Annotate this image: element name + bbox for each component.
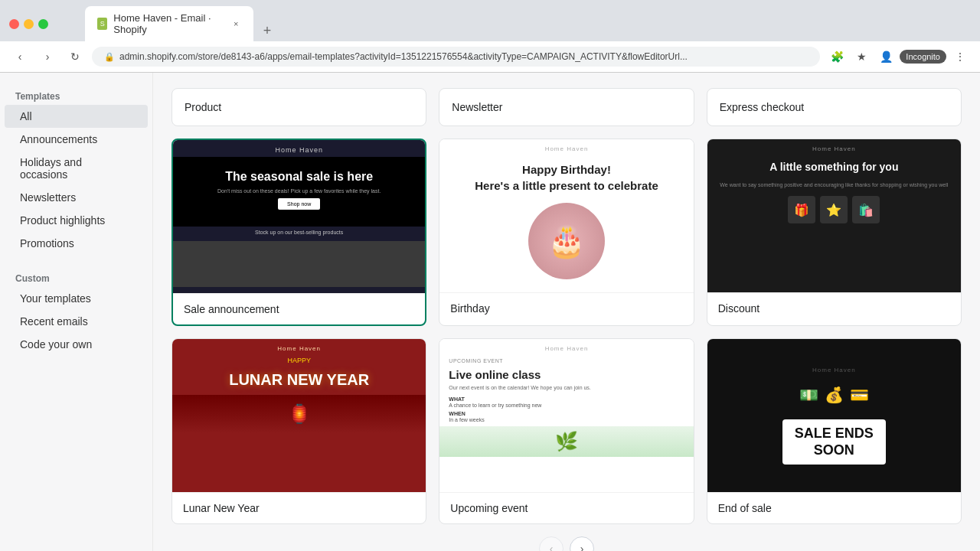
sale-body: Stock up on our best-selling products — [252, 227, 346, 238]
prev-page-button[interactable]: ‹ — [539, 536, 564, 551]
sidebar-section-custom: Custom — [0, 267, 152, 287]
top-card-newsletter[interactable]: Newsletter — [439, 88, 694, 126]
lunar-store-name: Home Haven — [277, 339, 321, 354]
sale-ends-box: SALE ENDSSOON — [782, 419, 886, 465]
templates-grid: Home Haven The seasonal sale is here Don… — [172, 139, 962, 524]
event-title: Live online class — [439, 367, 693, 383]
new-tab-button[interactable]: + — [256, 20, 278, 41]
event-when-val: In a few weeks — [439, 416, 693, 423]
maximize-window-button[interactable] — [38, 19, 48, 29]
gift-icon: 🎁 — [788, 196, 815, 223]
sidebar-item-code-your-own[interactable]: Code your own — [5, 333, 148, 356]
sidebar-item-your-templates[interactable]: Your templates — [5, 287, 148, 310]
card-preview-sale: Home Haven The seasonal sale is here Don… — [173, 140, 425, 293]
sale-cta: Shop now — [278, 198, 320, 210]
cake-icon: 🎂 — [547, 223, 586, 259]
address-bar[interactable]: 🔒 admin.shopify.com/store/de8143-a6/apps… — [92, 47, 820, 67]
sale-sub: Don't miss out on these deals! Pick up a… — [185, 188, 413, 194]
card-label-lunar: Lunar New Year — [172, 492, 426, 523]
pagination: ‹ › — [172, 524, 962, 551]
event-what: WHAT — [439, 394, 693, 402]
active-tab[interactable]: S Home Haven - Email · Shopify × — [85, 6, 253, 41]
card-label-sale: Sale announcement — [173, 293, 425, 324]
plant-icon: 🌿 — [555, 431, 578, 452]
sale-ends-text: SALE ENDSSOON — [795, 425, 874, 458]
card-preview-endsale: Home Haven 💵 💰 💳 SALE ENDSSOON — [707, 339, 961, 492]
sale-store-name: Home Haven — [275, 140, 323, 157]
tab-title: Home Haven - Email · Shopify — [113, 12, 224, 35]
card-label-discount: Discount — [707, 292, 961, 324]
tab-close-button[interactable]: × — [231, 18, 241, 30]
url-display: admin.shopify.com/store/de8143-a6/apps/e… — [119, 51, 808, 62]
sidebar-item-recent-emails[interactable]: Recent emails — [5, 310, 148, 333]
product-image — [173, 241, 425, 287]
sidebar-item-product-highlights[interactable]: Product highlights — [5, 209, 148, 232]
template-card-sale-announcement[interactable]: Home Haven The seasonal sale is here Don… — [172, 139, 426, 326]
top-card-express-checkout[interactable]: Express checkout — [707, 88, 962, 126]
card-preview-discount: Home Haven A little something for you We… — [707, 139, 961, 292]
sidebar-item-all[interactable]: All — [5, 105, 148, 128]
next-page-button[interactable]: › — [570, 536, 594, 551]
bookmarks-button[interactable]: ★ — [851, 46, 872, 67]
card-label-event: Upcoming event — [439, 492, 693, 523]
top-cards-row: Product Newsletter Express checkout — [172, 88, 962, 126]
sidebar-section-templates: Templates — [0, 85, 152, 105]
endsale-store-name: Home Haven — [812, 360, 856, 377]
back-button[interactable]: ‹ — [9, 46, 31, 67]
sale-hero: The seasonal sale is here Don't miss out… — [173, 157, 425, 227]
card-label-endsale: End of sale — [707, 492, 961, 523]
sidebar-item-announcements[interactable]: Announcements — [5, 128, 148, 151]
sidebar-item-promotions[interactable]: Promotions — [5, 232, 148, 255]
lantern-icon: 🏮 — [288, 403, 311, 425]
event-what-val: A chance to learn or try something new — [439, 402, 693, 409]
profile-button[interactable]: 👤 — [875, 46, 897, 67]
money-icon-1: 💵 — [799, 386, 818, 404]
bday-text: Happy Birthday!Here's a little present t… — [462, 155, 671, 200]
money-icon-2: 💰 — [825, 386, 844, 404]
sidebar-divider — [0, 255, 152, 267]
template-card-discount[interactable]: Home Haven A little something for you We… — [707, 139, 962, 326]
disc-icons: 🎁 ⭐ 🛍️ — [782, 190, 886, 230]
star-icon: ⭐ — [820, 196, 848, 223]
main-content: Product Newsletter Express checkout Home… — [153, 73, 980, 551]
page: Templates All Announcements Holidays and… — [0, 73, 980, 551]
tab-favicon: S — [97, 18, 107, 30]
event-desc: Our next event is on the calendar! We ho… — [439, 383, 693, 394]
bday-image: 🎂 — [528, 203, 605, 279]
omnibox-bar: ‹ › ↻ 🔒 admin.shopify.com/store/de8143-a… — [0, 41, 980, 73]
lunar-image: 🏮 — [172, 395, 426, 433]
event-tag: UPCOMING EVENT — [439, 355, 693, 367]
forward-button[interactable]: › — [37, 46, 58, 67]
sidebar-item-holidays[interactable]: Holidays and occasions — [5, 151, 148, 186]
card-preview-birthday: Home Haven Happy Birthday!Here's a littl… — [439, 139, 693, 292]
event-plant-image: 🌿 — [439, 426, 693, 457]
top-card-product[interactable]: Product — [172, 88, 426, 126]
window-controls — [9, 19, 48, 29]
extensions-button[interactable]: 🧩 — [826, 46, 848, 67]
card-label-birthday: Birthday — [439, 292, 693, 324]
template-card-event[interactable]: Home Haven UPCOMING EVENT Live online cl… — [439, 338, 694, 524]
template-card-birthday[interactable]: Home Haven Happy Birthday!Here's a littl… — [439, 139, 694, 326]
disc-sub: We want to say something positive and en… — [714, 180, 954, 191]
menu-button[interactable]: ⋮ — [949, 46, 971, 67]
event-when: WHEN — [439, 409, 693, 416]
sidebar-item-newsletters[interactable]: Newsletters — [5, 186, 148, 209]
incognito-badge: Incognito — [900, 50, 946, 64]
lunar-title: LUNAR NEW YEAR — [217, 367, 381, 392]
sale-title: The seasonal sale is here — [185, 169, 413, 185]
money-icons: 💵 💰 💳 — [790, 377, 878, 413]
bag-icon: 🛍️ — [852, 196, 880, 223]
bday-store-name: Home Haven — [545, 139, 589, 155]
template-card-endsale[interactable]: Home Haven 💵 💰 💳 SALE ENDSSOON End of sa… — [707, 338, 962, 524]
minimize-window-button[interactable] — [24, 19, 34, 29]
money-icon-3: 💳 — [850, 386, 869, 404]
disc-store-name: Home Haven — [812, 139, 856, 155]
sidebar: Templates All Announcements Holidays and… — [0, 73, 153, 551]
card-preview-lunar: Home Haven HAPPY LUNAR NEW YEAR 🏮 — [172, 339, 426, 492]
close-window-button[interactable] — [9, 19, 19, 29]
template-card-lunar[interactable]: Home Haven HAPPY LUNAR NEW YEAR 🏮 Lunar … — [172, 338, 426, 524]
reload-button[interactable]: ↻ — [64, 46, 86, 67]
browser-chrome: S Home Haven - Email · Shopify × + ‹ › ↻… — [0, 0, 980, 73]
card-preview-event: Home Haven UPCOMING EVENT Live online cl… — [439, 339, 693, 492]
event-store-name: Home Haven — [439, 339, 693, 355]
